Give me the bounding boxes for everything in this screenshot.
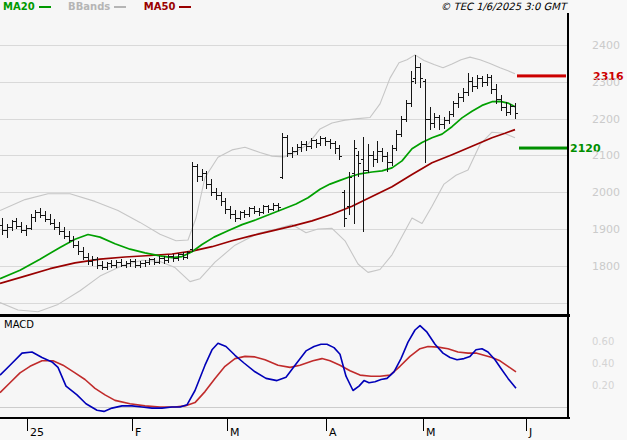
price-axis-label-2000: 2000 <box>592 186 620 199</box>
macd-panel-title: MACD <box>4 319 34 330</box>
legend-item-ma20: MA20 <box>3 1 51 12</box>
month-label-4-M: M <box>426 426 436 439</box>
price-axis-label-2200: 2200 <box>592 113 620 126</box>
month-label-5-J: J <box>528 426 532 439</box>
month-label-3-A: A <box>329 426 337 439</box>
bbands-line-swatch-icon <box>114 6 126 8</box>
macd-axis-label-0.40: 0.40 <box>592 358 614 369</box>
legend-label-ma50: MA50 <box>144 1 176 12</box>
macd-axis-label-0.20: 0.20 <box>592 380 614 391</box>
price-axis-label-2100: 2100 <box>592 149 620 162</box>
price-axis-label-2400: 2400 <box>592 39 620 52</box>
level-line-2120 <box>519 147 567 150</box>
stock-chart-window: 2316212024002300220021002000190018000.60… <box>0 0 627 440</box>
ma20-line-swatch-icon <box>39 6 51 8</box>
chart-legend: MA20 BBands MA50 <box>3 1 205 12</box>
price-axis-label-2300: 2300 <box>592 76 620 89</box>
x-axis-line <box>0 417 570 419</box>
panel-divider <box>0 314 570 317</box>
level-line-2316 <box>517 74 566 77</box>
legend-label-ma20: MA20 <box>3 1 35 12</box>
month-label-1-F: F <box>135 426 141 439</box>
right-axis-line <box>567 13 569 419</box>
chart-timestamp: © TEC 1/6/2025 3:0 GMT <box>440 1 566 12</box>
legend-item-bbands: BBands <box>68 1 126 12</box>
legend-item-ma50: MA50 <box>144 1 192 12</box>
price-macd-chart: 2316212024002300220021002000190018000.60… <box>0 0 627 440</box>
month-label-0-25: 25 <box>30 426 44 439</box>
month-label-2-M: M <box>230 426 240 439</box>
legend-label-bbands: BBands <box>68 1 110 12</box>
price-axis-label-1800: 1800 <box>592 260 620 273</box>
price-axis-label-1900: 1900 <box>592 223 620 236</box>
ma50-line-swatch-icon <box>179 6 191 8</box>
macd-axis-label-0.60: 0.60 <box>592 336 614 347</box>
